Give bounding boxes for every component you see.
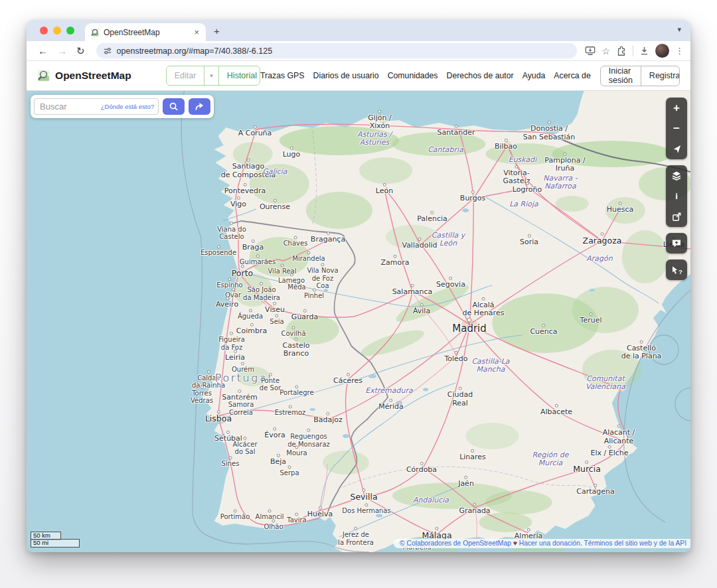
city-dot: [295, 386, 299, 389]
map-label-galicia: Galicia: [262, 167, 287, 175]
tab-search-chevron-icon[interactable]: ▾: [677, 25, 681, 34]
map-label-andalucía: Andalucía: [413, 496, 449, 504]
location-arrow-icon: [672, 144, 682, 154]
map-label-text: León: [376, 187, 393, 195]
city-dot: [364, 504, 368, 507]
city-dot: [436, 527, 439, 530]
city-dot: [420, 303, 424, 307]
tab-close-icon[interactable]: ×: [193, 27, 200, 37]
map-label-huelva: Huelva: [307, 506, 333, 518]
city-dot: [431, 211, 434, 214]
donate-link[interactable]: Hacer una donación: [519, 540, 580, 547]
query-features-button[interactable]: ?: [666, 259, 687, 280]
city-dot: [307, 252, 310, 255]
nav-about[interactable]: Acerca de: [554, 71, 590, 80]
map-label-text: Setúbal: [214, 434, 242, 442]
geolocate-button[interactable]: [666, 139, 687, 159]
map-label-text: Albacete: [540, 408, 572, 416]
city-dot: [290, 147, 293, 150]
map-label-text: Linares: [459, 453, 486, 461]
map-label-text: Ciudad Real: [447, 391, 473, 407]
map-label-lamego: Lamego: [278, 273, 305, 284]
extensions-icon[interactable]: [616, 46, 627, 56]
scale-bar: 50 km 50 mi: [31, 532, 80, 548]
back-icon[interactable]: ←: [38, 46, 48, 56]
map-label-text: Guarda: [291, 313, 318, 321]
city-dot: [515, 165, 518, 169]
city-dot: [230, 221, 233, 224]
history-button[interactable]: Historial: [218, 66, 260, 85]
map-label-évora: Évora: [264, 427, 285, 439]
signup-button[interactable]: Registrarse: [641, 66, 680, 86]
map-label-portugal: Portugal: [215, 372, 272, 384]
map-label-vila-real: Vila Real: [268, 263, 296, 275]
map-label-text: Beja: [270, 458, 286, 466]
nav-user-diaries[interactable]: Diarios de usuario: [313, 71, 379, 80]
map-label-olhão: Olhão: [264, 519, 283, 530]
map-label-text: Torres Vedras: [191, 390, 213, 404]
zoom-out-button[interactable]: −: [666, 118, 687, 139]
map-label-text: Mêda: [287, 283, 305, 291]
forward-icon[interactable]: →: [57, 46, 67, 56]
login-button[interactable]: Iniciar sesión: [601, 66, 641, 86]
zoom-in-button[interactable]: +: [666, 98, 687, 118]
city-dot: [253, 125, 256, 129]
city-dot: [295, 512, 299, 516]
layers-button[interactable]: [666, 165, 687, 186]
search-button[interactable]: [163, 98, 185, 115]
tab-strip: OpenStreetMap × + ▾: [27, 20, 690, 41]
add-note-button[interactable]: [666, 233, 687, 254]
nav-help[interactable]: Ayuda: [522, 71, 546, 80]
bookmark-star-icon[interactable]: ☆: [601, 46, 610, 56]
map-label-alcácer-do-sal: Alcácer do Sal: [232, 437, 257, 455]
map-label-text: Ovar: [225, 292, 241, 299]
attribution-copyright-link[interactable]: © Colaboradores de OpenStreetMap: [400, 540, 511, 547]
terms-link[interactable]: Términos del sitio web y de la API: [584, 540, 686, 547]
save-page-icon[interactable]: [585, 46, 596, 56]
nav-communities[interactable]: Comunidades: [388, 71, 438, 80]
tab-title: OpenStreetMap: [104, 28, 189, 37]
edit-button[interactable]: Editar: [167, 66, 204, 85]
map-label-text: Sevilla: [350, 492, 377, 502]
downloads-icon[interactable]: [639, 46, 649, 56]
profile-avatar[interactable]: [655, 44, 669, 58]
where-is-this-link[interactable]: ¿Dónde está esto?: [101, 103, 154, 110]
nav-copyright[interactable]: Derechos de autor: [447, 71, 514, 80]
map-label-seia: Seia: [270, 315, 283, 326]
map-label-cáceres: Cáceres: [333, 373, 362, 385]
city-dot: [277, 454, 280, 457]
city-dot: [243, 437, 246, 440]
address-bar[interactable]: openstreetmap.org/#map=7/40.388/-6.125: [96, 43, 578, 58]
map-key-button[interactable]: i: [666, 186, 687, 206]
map-label-text: Ourense: [260, 203, 290, 211]
close-window-button[interactable]: [40, 27, 48, 35]
directions-button[interactable]: [189, 98, 210, 115]
map-label-castilla-la-mancha: Castilla-La Mancha: [471, 357, 509, 374]
edit-dropdown-button[interactable]: ▾: [204, 66, 218, 85]
site-title[interactable]: OpenStreetMap: [55, 70, 131, 82]
map-label-córdoba: Córdoba: [406, 462, 437, 474]
map-attribution: © Colaboradores de OpenStreetMap ♥ Hacer…: [394, 539, 690, 548]
map-label-text: Palencia: [417, 215, 447, 223]
map-label-portalegre: Portalegre: [279, 386, 313, 397]
nav-gps-traces[interactable]: Trazas GPS: [260, 71, 305, 80]
map-label-text: Caldas da Rainha: [192, 374, 225, 389]
city-dot: [418, 238, 421, 241]
browser-tab[interactable]: OpenStreetMap ×: [85, 23, 206, 41]
site-settings-icon[interactable]: [103, 46, 112, 56]
share-button[interactable]: [666, 206, 687, 227]
map-label-text: Navarra - Nafarroa: [543, 174, 577, 190]
map-label-text: Pamplona / Iruña: [544, 156, 585, 173]
auth-buttons: Iniciar sesión Registrarse: [600, 66, 680, 86]
reload-icon[interactable]: ↻: [76, 46, 85, 56]
browser-menu-icon[interactable]: ⋮: [675, 46, 684, 56]
new-tab-icon[interactable]: +: [214, 25, 220, 37]
layers-icon: [671, 171, 682, 181]
minimize-window-button[interactable]: [53, 27, 61, 35]
city-dot: [454, 125, 457, 128]
map-label-ourém: Ourém: [232, 362, 254, 373]
city-dot: [276, 315, 279, 318]
map-label-cartagena: Cartagena: [576, 484, 614, 496]
city-dot: [420, 462, 424, 465]
maximize-window-button[interactable]: [66, 27, 74, 35]
